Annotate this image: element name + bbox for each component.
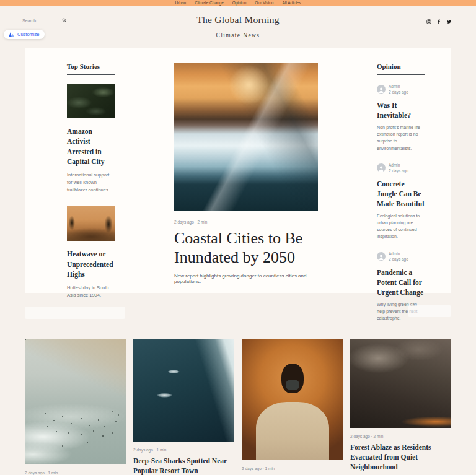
post-date: 2 days ago <box>389 256 408 262</box>
post-date: 2 days ago <box>389 89 408 95</box>
author-meta: Admin 2 days ago <box>389 162 408 174</box>
card-image-gas-mask-man[interactable] <box>242 339 343 460</box>
person-icon <box>377 86 385 94</box>
masthead: The Global Morning Climate News <box>0 14 476 38</box>
faded-section-heading <box>25 307 125 319</box>
opinion-heading: Opinion <box>377 63 425 75</box>
opinion-item: Admin 2 days ago Concrete Jungle Can Be … <box>377 162 425 240</box>
opinion-column: Opinion Admin 2 days ago Was It Inevitab… <box>377 63 425 332</box>
latest-articles-grid: 2 days ago · 1 min 2 days ago · 1 min De… <box>25 339 451 475</box>
site-subtitle: Climate News <box>0 32 476 38</box>
top-story-item: Heatwave or Unprecedented Highs Hottest … <box>67 206 115 299</box>
card-meta: 2 days ago · 1 min <box>25 471 126 475</box>
card-meta: 2 days ago · 1 min <box>242 466 343 471</box>
card-title-link[interactable]: Deep-Sea Sharks Spotted Near Popular Res… <box>133 456 234 475</box>
person-icon <box>377 165 385 172</box>
story-title-link[interactable]: Amazon Activist Arrested in Capital City <box>67 126 115 167</box>
story-excerpt: International support for well-known tra… <box>67 172 115 194</box>
story-title-link[interactable]: Heatwave or Unprecedented Highs <box>67 249 115 279</box>
nav-item-our-vision[interactable]: Our Vision <box>255 0 273 6</box>
figure-shirt <box>256 402 329 460</box>
author-row: Admin 2 days ago <box>377 84 425 95</box>
opinion-excerpt: Ecological solutions to urban planning a… <box>377 212 425 240</box>
card-image-wildfire-smoke[interactable] <box>350 339 451 428</box>
featured-image-iceberg-sunset[interactable] <box>174 63 318 211</box>
card-title-link[interactable]: Forest Ablaze as Residents Evacuated fro… <box>350 443 451 473</box>
latest-section-header <box>0 293 476 339</box>
nav-item-opinion[interactable]: Opinion <box>232 0 246 6</box>
featured-meta: 2 days ago · 2 min <box>174 220 318 224</box>
author-name: Admin <box>389 251 408 256</box>
featured-title-link[interactable]: Coastal Cities to Be Inundated by 2050 <box>174 229 318 267</box>
top-stories-column: Top Stories Amazon Activist Arrested in … <box>67 63 115 332</box>
beach-crowd-dots <box>25 339 26 340</box>
author-row: Admin 2 days ago <box>377 251 425 263</box>
opinion-title-link[interactable]: Concrete Jungle Can Be Made Beautiful <box>377 179 425 209</box>
avatar <box>377 163 386 172</box>
card-image-orcas-sea[interactable] <box>133 339 234 442</box>
featured-article: 2 days ago · 2 min Coastal Cities to Be … <box>174 63 318 332</box>
instagram-icon[interactable] <box>426 19 431 24</box>
article-card: 2 days ago · 1 min Deep-Sea Sharks Spott… <box>133 339 234 475</box>
post-date: 2 days ago <box>389 168 408 173</box>
nav-item-climate-change[interactable]: Climate Change <box>195 0 224 6</box>
article-card: 2 days ago · 1 min <box>242 339 343 475</box>
author-row: Admin 2 days ago <box>377 162 425 174</box>
author-name: Admin <box>389 84 408 89</box>
site-title: The Global Morning <box>0 14 476 25</box>
main-panel: Top Stories Amazon Activist Arrested in … <box>25 48 451 293</box>
top-navigation: Urban Climate Change Opinion Our Vision … <box>0 0 476 6</box>
avatar <box>377 252 386 261</box>
article-card: 2 days ago · 2 min Forest Ablaze as Resi… <box>350 339 451 475</box>
site-header: Customize The Global Morning Climate New… <box>0 6 476 45</box>
article-card: 2 days ago · 1 min <box>25 339 126 475</box>
top-story-item: Amazon Activist Arrested in Capital City… <box>67 84 115 194</box>
top-stories-heading: Top Stories <box>67 63 115 75</box>
nav-item-urban[interactable]: Urban <box>175 0 187 6</box>
featured-excerpt: New report highlights growing danger to … <box>174 273 318 284</box>
opinion-title-link[interactable]: Was It Inevitable? <box>377 100 425 120</box>
nav-item-all-articles[interactable]: All Articles <box>282 0 301 6</box>
twitter-icon[interactable] <box>446 19 451 24</box>
gas-mask <box>286 380 299 390</box>
card-image-misty-beach[interactable] <box>25 339 126 464</box>
person-icon <box>377 253 385 261</box>
author-meta: Admin 2 days ago <box>389 251 408 263</box>
author-meta: Admin 2 days ago <box>389 84 408 95</box>
facebook-icon[interactable] <box>436 19 441 24</box>
card-meta: 2 days ago · 1 min <box>133 448 234 452</box>
opinion-excerpt: Non-profit's marine life extinction repo… <box>377 124 425 152</box>
card-meta: 2 days ago · 2 min <box>350 434 451 438</box>
faded-view-all-button[interactable] <box>408 305 451 317</box>
avatar <box>377 85 386 94</box>
opinion-item: Admin 2 days ago Was It Inevitable? Non-… <box>377 84 425 152</box>
story-image-jungle-leaves[interactable] <box>67 84 115 118</box>
social-links <box>426 19 451 24</box>
story-image-burning-trees[interactable] <box>67 206 115 241</box>
author-name: Admin <box>389 162 408 168</box>
